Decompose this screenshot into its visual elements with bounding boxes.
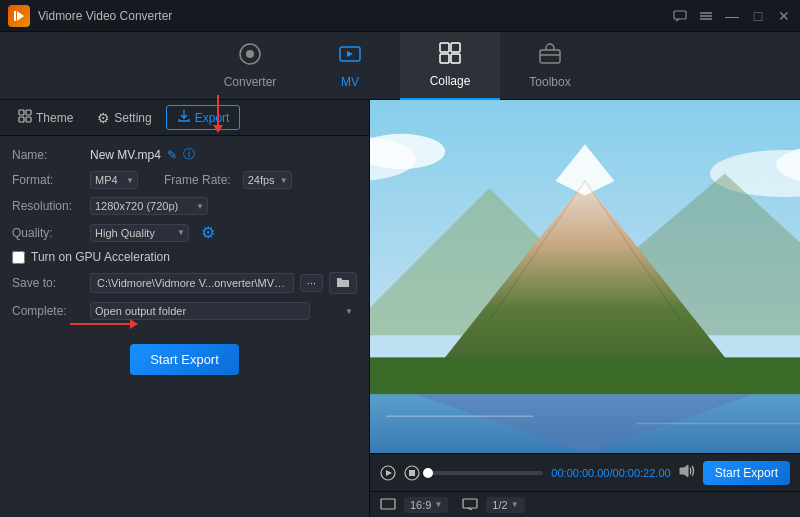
page-chevron: ▼ [511, 500, 519, 509]
svg-marker-0 [17, 11, 24, 21]
gpu-row: Turn on GPU Acceleration [12, 250, 357, 264]
format-label: Format: [12, 173, 84, 187]
complete-select[interactable]: Open output folderDo nothing [90, 302, 310, 320]
converter-icon [238, 42, 262, 71]
app-logo [8, 5, 30, 27]
name-row: Name: New MV.mp4 ✎ ⓘ [12, 146, 357, 163]
resolution-select[interactable]: 1280x720 (720p)1920x1080 (1080p) [90, 197, 208, 215]
tab-toolbox[interactable]: Toolbox [500, 32, 600, 100]
player-controls: 00:00:00.00/00:00:22.00 Start Export [370, 453, 800, 491]
svg-rect-11 [451, 43, 460, 52]
svg-rect-12 [440, 54, 449, 63]
main-content: Theme ⚙ Setting Export Name: [0, 100, 800, 517]
saveto-folder-btn[interactable] [329, 272, 357, 294]
saveto-dots-btn[interactable]: ··· [300, 274, 323, 292]
play-button[interactable] [380, 465, 396, 481]
gpu-label: Turn on GPU Acceleration [31, 250, 170, 264]
progress-dot [423, 468, 433, 478]
format-select-wrapper[interactable]: MP4AVIMOV [90, 171, 138, 189]
app-title: Vidmore Video Converter [38, 9, 672, 23]
subnav-export[interactable]: Export [166, 105, 241, 130]
menu-btn[interactable] [698, 8, 714, 24]
quality-gear-icon[interactable]: ⚙ [201, 223, 215, 242]
framerate-label: Frame Rate: [164, 173, 231, 187]
svg-rect-16 [19, 110, 24, 115]
nav-tabs: Converter MV Collage [0, 32, 800, 100]
quality-select[interactable]: High QualityMedium Quality [90, 224, 189, 242]
framerate-select-wrapper[interactable]: 24fps30fps60fps [243, 171, 292, 189]
svg-rect-13 [451, 54, 460, 63]
complete-select-wrapper[interactable]: Open output folderDo nothing [90, 302, 357, 320]
subnav-setting-label: Setting [114, 111, 151, 125]
volume-icon[interactable] [679, 464, 695, 481]
framerate-select[interactable]: 24fps30fps60fps [243, 171, 292, 189]
tab-collage-label: Collage [430, 74, 471, 88]
quality-select-wrapper[interactable]: High QualityMedium Quality [90, 224, 189, 242]
name-label: Name: [12, 148, 84, 162]
svg-marker-39 [386, 470, 392, 476]
export-icon [177, 109, 191, 126]
tab-mv[interactable]: MV [300, 32, 400, 100]
time-display: 00:00:00.00/00:00:22.00 [551, 467, 670, 479]
saveto-path: C:\Vidmore\Vidmore V...onverter\MV Expor… [90, 273, 294, 293]
complete-row: Complete: Open output folderDo nothing [12, 302, 357, 320]
stop-button[interactable] [404, 465, 420, 481]
svg-rect-1 [14, 11, 16, 21]
svg-rect-41 [409, 470, 415, 476]
screen-icon [462, 498, 478, 512]
subnav-setting[interactable]: ⚙ Setting [87, 106, 161, 130]
tab-converter[interactable]: Converter [200, 32, 300, 100]
preview-area [370, 100, 800, 453]
name-value: New MV.mp4 [90, 148, 161, 162]
ratio-chevron: ▼ [434, 500, 442, 509]
minimize-btn[interactable]: — [724, 8, 740, 24]
saveto-row: Save to: C:\Vidmore\Vidmore V...onverter… [12, 272, 357, 294]
start-export-button[interactable]: Start Export [130, 344, 239, 375]
complete-label: Complete: [12, 304, 84, 318]
start-export-right-button[interactable]: Start Export [703, 461, 790, 485]
window-controls: — □ ✕ [672, 8, 792, 24]
right-panel: 00:00:00.00/00:00:22.00 Start Export 16:… [370, 100, 800, 517]
tab-converter-label: Converter [224, 75, 277, 89]
left-panel: Theme ⚙ Setting Export Name: [0, 100, 370, 517]
start-export-container: Start Export [12, 344, 357, 375]
saveto-label: Save to: [12, 276, 84, 290]
subnav-export-label: Export [195, 111, 230, 125]
gpu-checkbox[interactable] [12, 251, 25, 264]
tab-collage[interactable]: Collage [400, 32, 500, 100]
toolbox-icon [538, 42, 562, 71]
theme-icon [18, 109, 32, 126]
name-info-icon[interactable]: ⓘ [183, 146, 195, 163]
tab-mv-label: MV [341, 75, 359, 89]
name-edit-icon[interactable]: ✎ [167, 148, 177, 162]
chat-btn[interactable] [672, 8, 688, 24]
sub-nav: Theme ⚙ Setting Export [0, 100, 369, 136]
page-selector[interactable]: 1/2 ▼ [486, 497, 524, 513]
svg-point-8 [246, 50, 254, 58]
collage-icon [438, 41, 462, 70]
svg-rect-10 [440, 43, 449, 52]
maximize-btn[interactable]: □ [750, 8, 766, 24]
export-form: Name: New MV.mp4 ✎ ⓘ Format: MP4AVIMOV F… [0, 136, 369, 517]
svg-rect-18 [19, 117, 24, 122]
svg-rect-43 [381, 499, 395, 509]
tab-toolbox-label: Toolbox [529, 75, 570, 89]
svg-marker-42 [680, 465, 688, 477]
mv-icon [338, 42, 362, 71]
quality-row: Quality: High QualityMedium Quality ⚙ [12, 223, 357, 242]
svg-rect-2 [674, 11, 686, 19]
format-row: Format: MP4AVIMOV Frame Rate: 24fps30fps… [12, 171, 357, 189]
svg-rect-17 [26, 110, 31, 115]
subnav-theme-label: Theme [36, 111, 73, 125]
ratio-selector[interactable]: 16:9 ▼ [404, 497, 448, 513]
format-select[interactable]: MP4AVIMOV [90, 171, 138, 189]
close-btn[interactable]: ✕ [776, 8, 792, 24]
svg-rect-19 [26, 117, 31, 122]
resolution-select-wrapper[interactable]: 1280x720 (720p)1920x1080 (1080p) [90, 197, 208, 215]
resolution-label: Resolution: [12, 199, 84, 213]
progress-bar[interactable] [428, 471, 543, 475]
aspect-ratio-icon [380, 498, 396, 512]
resolution-row: Resolution: 1280x720 (720p)1920x1080 (10… [12, 197, 357, 215]
page-value: 1/2 [492, 499, 507, 511]
subnav-theme[interactable]: Theme [8, 105, 83, 130]
